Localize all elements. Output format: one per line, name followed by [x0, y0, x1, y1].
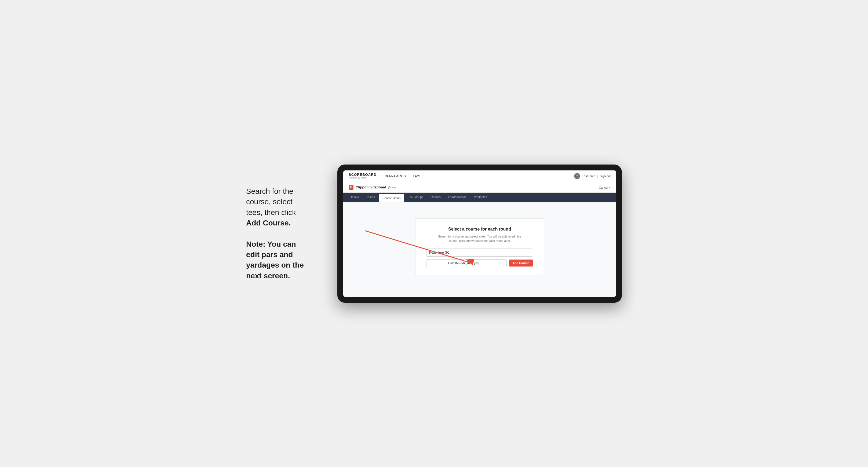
instruction-line3: tees, then click: [246, 208, 296, 217]
cancel-area: Cancel ×: [599, 185, 611, 190]
note-line1: Note: You can: [246, 240, 296, 248]
tab-tee-groups[interactable]: Tee Groups: [404, 193, 427, 203]
tee-select-wrapper[interactable]: Gold (M) (M) (7010 yds) × ⌃: [426, 259, 507, 267]
card-title: Select a course for each round: [426, 227, 533, 231]
note-line4: next screen.: [246, 272, 290, 280]
instruction-line1: Search for the: [246, 187, 293, 195]
tab-results[interactable]: Results: [427, 193, 444, 203]
tab-printables[interactable]: Printables: [470, 193, 491, 203]
page-wrapper: Search for the course, select tees, then…: [246, 164, 622, 303]
tab-details[interactable]: Details: [346, 193, 363, 203]
tournament-subtitle: (Men): [388, 186, 396, 189]
tab-leaderboards[interactable]: Leaderboards: [444, 193, 470, 203]
tee-chevron-icon: ⌃: [501, 261, 504, 265]
tee-select-controls: × ⌃: [498, 261, 503, 265]
tee-clear-icon[interactable]: ×: [498, 261, 500, 264]
sidebar-instructions: Search for the course, select tees, then…: [246, 186, 321, 281]
tournament-header: C Clippd Invitational (Men) Cancel ×: [343, 182, 616, 193]
tab-bar: Details Teams Course Setup Tee Groups Re…: [343, 193, 616, 203]
card-description: Search for a course and select a tee. Yo…: [426, 234, 533, 243]
logo-subtitle: Powered by clippd: [349, 177, 377, 179]
nav-teams[interactable]: TEAMS: [411, 175, 422, 178]
add-course-button[interactable]: Add Course: [509, 259, 533, 267]
tournament-icon: C: [349, 185, 353, 190]
tab-course-setup[interactable]: Course Setup: [379, 194, 404, 203]
instruction-line2: course, select: [246, 197, 292, 206]
tee-selector-row: Gold (M) (M) (7010 yds) × ⌃ Add Course: [426, 259, 533, 267]
app-header: SCOREBOARD Powered by clippd TOURNAMENTS…: [343, 170, 616, 182]
course-search-input[interactable]: [426, 249, 533, 257]
note-section: Note: You can edit pars and yardages on …: [246, 239, 321, 281]
tournament-title: Clippd Invitational: [355, 185, 386, 189]
tablet-screen: SCOREBOARD Powered by clippd TOURNAMENTS…: [343, 170, 616, 297]
tournament-title-area: C Clippd Invitational (Men): [349, 185, 396, 190]
logo-title: SCOREBOARD: [349, 173, 377, 177]
nav-tournaments[interactable]: TOURNAMENTS: [383, 175, 406, 178]
main-content: Select a course for each round Search fo…: [343, 203, 616, 297]
tee-select-value: Gold (M) (M) (7010 yds): [429, 261, 498, 264]
user-label: Test User: [582, 175, 594, 178]
header-left: SCOREBOARD Powered by clippd TOURNAMENTS…: [349, 173, 422, 179]
header-right: T Test User | Sign out: [574, 173, 611, 179]
signout-link[interactable]: Sign out: [600, 175, 611, 178]
logo-area: SCOREBOARD Powered by clippd: [349, 173, 377, 179]
header-separator: |: [597, 175, 598, 178]
note-line3: yardages on the: [246, 261, 304, 269]
tablet-device: SCOREBOARD Powered by clippd TOURNAMENTS…: [337, 164, 622, 303]
tab-teams[interactable]: Teams: [363, 193, 379, 203]
instruction-bold: Add Course.: [246, 219, 291, 227]
note-line2: edit pars and: [246, 250, 293, 259]
cancel-button[interactable]: Cancel ×: [599, 186, 611, 189]
course-setup-card: Select a course for each round Search fo…: [415, 218, 544, 275]
nav-links: TOURNAMENTS TEAMS: [383, 175, 422, 178]
user-avatar: T: [574, 173, 580, 179]
